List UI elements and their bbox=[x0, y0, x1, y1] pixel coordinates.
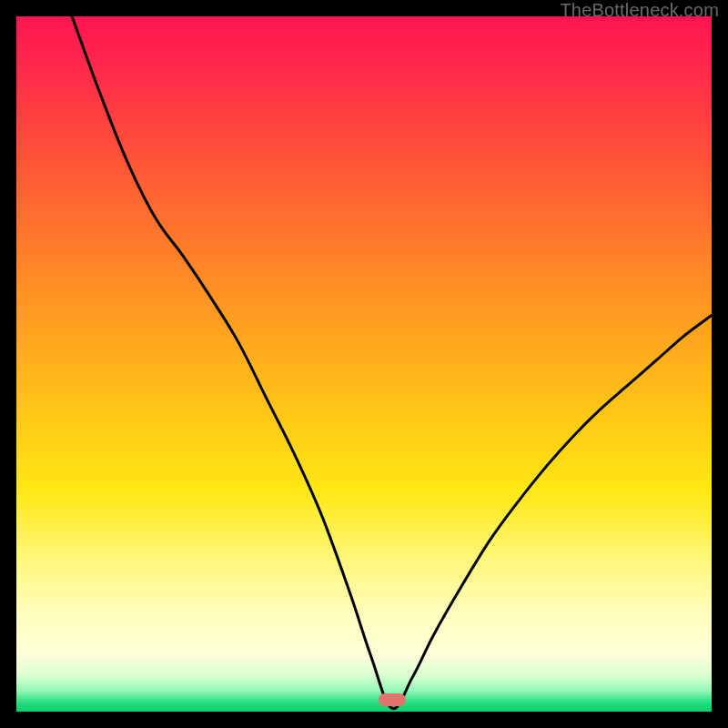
curve-path bbox=[72, 16, 712, 709]
plot-area bbox=[16, 16, 712, 712]
chart-frame: TheBottleneck.com bbox=[0, 0, 728, 728]
optimal-point-marker bbox=[379, 693, 406, 706]
bottleneck-curve bbox=[16, 16, 712, 712]
